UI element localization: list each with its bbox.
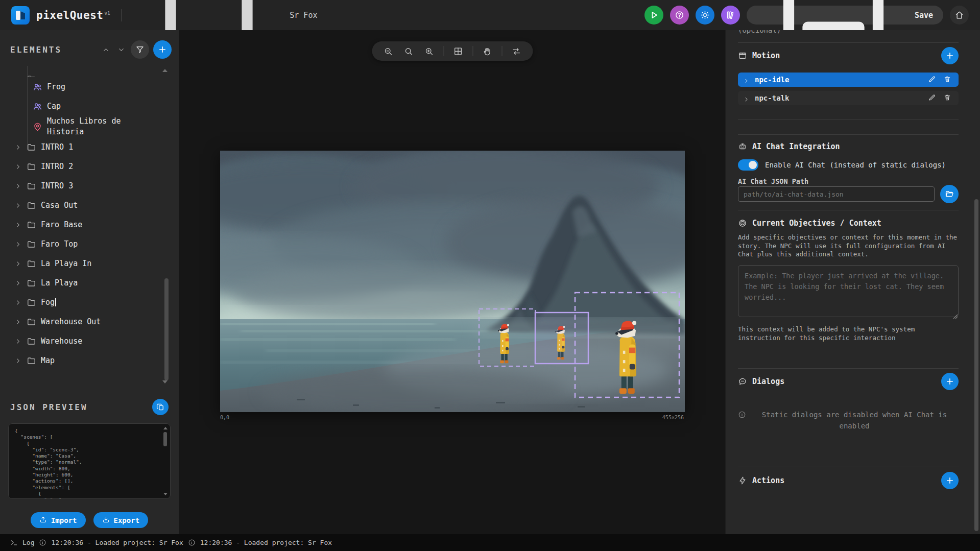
- element-tree: FrogCapMuchos Libros de HistoriaINTRO 1I…: [0, 66, 179, 387]
- tree-indent-line: [27, 66, 28, 150]
- settings-button[interactable]: [696, 6, 714, 25]
- tree-item-intro-2[interactable]: INTRO 2: [0, 157, 179, 176]
- motion-icon: [738, 51, 747, 60]
- zoom-in-button[interactable]: [423, 45, 435, 57]
- motion-item-npc-idle[interactable]: npc-idle: [738, 73, 959, 87]
- textarea-resize-grip[interactable]: [953, 312, 958, 317]
- inspector-panel: (opcional) Motion npc-idlenpc-talk AI Ch…: [725, 30, 980, 534]
- canvas-origin-label: 0,0: [220, 415, 229, 420]
- copy-json-button[interactable]: [152, 399, 169, 415]
- swap-scene-button[interactable]: [510, 45, 522, 57]
- chevron-right-icon: [14, 163, 22, 171]
- json-preview-code[interactable]: { "scenes": [ { "id": "scene-3", "name":…: [8, 423, 171, 499]
- chevron-right-icon: [14, 182, 22, 190]
- delete-motion-button[interactable]: [942, 75, 952, 85]
- ai-chat-icon: [738, 142, 747, 151]
- edit-motion-button[interactable]: [927, 75, 937, 85]
- collapse-up-button[interactable]: [100, 44, 111, 55]
- tree-item-casa-out[interactable]: Casa Out: [0, 196, 179, 215]
- users-icon: [33, 82, 42, 92]
- app-header: pixelQuestv1 Sr Fox Save: [0, 0, 980, 30]
- save-button[interactable]: Save: [747, 6, 943, 25]
- import-icon: [39, 516, 47, 525]
- tree-item-warehouse-out[interactable]: Warehouse Out: [0, 312, 179, 331]
- chevron-right-icon: [14, 279, 22, 287]
- folder-icon: [27, 337, 36, 346]
- rename-caret: [55, 298, 56, 306]
- play-button[interactable]: [644, 6, 663, 25]
- objectives-icon: [738, 219, 747, 228]
- log-entry: 12:20:36 - Loaded project: Sr Fox: [188, 539, 332, 546]
- elements-panel-title: ELEMENTS: [10, 45, 62, 55]
- grid-toggle-button[interactable]: [452, 45, 464, 57]
- objectives-section-title: Current Objectives / Context: [752, 219, 881, 228]
- export-button[interactable]: Export: [93, 512, 149, 528]
- import-button[interactable]: Import: [31, 512, 86, 528]
- ai-chat-path-input[interactable]: [738, 186, 935, 202]
- tree-item-fog[interactable]: Fog: [0, 293, 179, 312]
- tree-item-faro-base[interactable]: Faro Base: [0, 215, 179, 234]
- collapse-down-button[interactable]: [115, 44, 127, 55]
- folder-icon: [27, 142, 36, 152]
- chevron-right-icon: [14, 221, 22, 229]
- dialogs-empty-message: Static dialogs are disabled when AI Chat…: [750, 409, 959, 432]
- folder-icon: [27, 278, 36, 288]
- json-preview-title: JSON PREVIEW: [10, 402, 88, 412]
- status-bar: Log 12:20:36 - Loaded project: Sr Fox12:…: [0, 534, 980, 551]
- canvas-toolbar: [372, 41, 533, 61]
- tree-scroll-down[interactable]: [162, 380, 168, 384]
- info-icon: [188, 539, 196, 546]
- tree-item-partial[interactable]: [0, 66, 179, 77]
- zoom-reset-button[interactable]: [402, 45, 415, 57]
- delete-motion-button[interactable]: [942, 93, 952, 103]
- header-divider: [121, 9, 122, 21]
- browse-file-button[interactable]: [940, 185, 959, 203]
- add-element-button[interactable]: [153, 40, 172, 59]
- objectives-description: Add specific objectives or context for t…: [738, 233, 959, 259]
- info-icon: [738, 411, 746, 419]
- tree-item-intro-3[interactable]: INTRO 3: [0, 176, 179, 196]
- chevron-right-icon: [14, 260, 22, 268]
- zoom-out-button[interactable]: [382, 45, 394, 57]
- pan-tool-button[interactable]: [481, 45, 493, 57]
- chevron-right-icon: [14, 143, 22, 151]
- inspector-scrollbar[interactable]: [974, 199, 978, 531]
- folder-icon: [27, 181, 36, 191]
- canvas-area: 0,0 455×256: [179, 30, 725, 534]
- ai-chat-path-label: AI Chat JSON Path: [738, 177, 959, 185]
- objectives-context-textarea[interactable]: [738, 265, 959, 317]
- partial-optional-label: (opcional): [738, 30, 959, 34]
- add-motion-button[interactable]: [941, 47, 959, 64]
- dialogs-icon: [738, 377, 747, 386]
- filter-button[interactable]: [131, 40, 149, 59]
- folder-icon: [27, 74, 36, 77]
- folder-icon: [27, 298, 36, 307]
- folder-icon: [27, 162, 36, 172]
- chevron-right-icon: [743, 95, 750, 102]
- pin-icon: [33, 122, 42, 132]
- export-icon: [102, 516, 110, 525]
- help-button[interactable]: [670, 6, 689, 25]
- library-button[interactable]: [721, 6, 740, 25]
- tree-item-map[interactable]: Map: [0, 351, 179, 370]
- add-action-button[interactable]: [941, 472, 959, 489]
- tree-item-la-playa[interactable]: La Playa: [0, 273, 179, 293]
- add-dialog-button[interactable]: [941, 373, 959, 390]
- tree-item-warehouse[interactable]: Warehouse: [0, 331, 179, 351]
- edit-motion-button[interactable]: [927, 93, 937, 103]
- enable-ai-chat-toggle[interactable]: [738, 159, 758, 171]
- code-scrollbar[interactable]: [163, 427, 168, 495]
- tree-scroll-up[interactable]: [162, 69, 168, 72]
- log-label: Log: [22, 539, 34, 546]
- selection-box-solid: [535, 313, 588, 364]
- tree-item-la-playa-in[interactable]: La Playa In: [0, 254, 179, 273]
- app-logo-icon: [11, 6, 30, 25]
- home-button[interactable]: [950, 6, 969, 25]
- tree-item-faro-top[interactable]: Faro Top: [0, 234, 179, 254]
- chevron-right-icon: [14, 318, 22, 326]
- motion-item-npc-talk[interactable]: npc-talk: [738, 91, 959, 105]
- users-icon: [33, 102, 42, 111]
- motion-section-title: Motion: [752, 51, 780, 60]
- scene-canvas[interactable]: [220, 151, 685, 412]
- tree-scrollbar[interactable]: [164, 278, 169, 380]
